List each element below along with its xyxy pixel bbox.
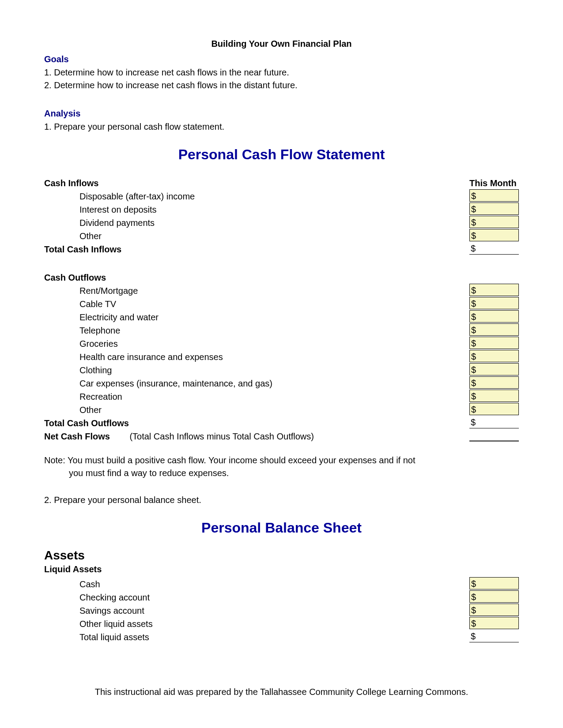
- amount-input[interactable]: $: [469, 297, 519, 309]
- liquid-item: Savings account: [79, 603, 327, 616]
- net-label: Net Cash Flows: [44, 432, 110, 441]
- this-month-header: This Month: [469, 175, 519, 188]
- note-line: you must find a way to reduce expenses.: [69, 467, 519, 480]
- goals-heading: Goals: [44, 54, 519, 64]
- outflow-item: Cable TV: [79, 296, 327, 309]
- cashflow-title: Personal Cash Flow Statement: [44, 146, 519, 163]
- assets-heading: Assets: [44, 548, 519, 563]
- amount-input[interactable]: $: [469, 350, 519, 362]
- outflows-header: Cash Outflows: [44, 270, 519, 283]
- liquid-assets-table: Cash$ Checking account$ Savings account$…: [44, 576, 519, 642]
- analysis-item: 1. Prepare your personal cash flow state…: [44, 120, 519, 133]
- total-inflows-value: $: [469, 242, 519, 255]
- analysis-heading: Analysis: [44, 109, 519, 119]
- amount-input[interactable]: $: [469, 189, 519, 202]
- amount-input[interactable]: $: [469, 617, 519, 629]
- amount-input[interactable]: $: [469, 363, 519, 375]
- analysis-item: 2. Prepare your personal balance sheet.: [44, 494, 519, 507]
- amount-input[interactable]: $: [469, 376, 519, 389]
- outflow-item: Electricity and water: [79, 309, 327, 323]
- inflow-item: Other: [79, 228, 327, 241]
- amount-input[interactable]: $: [469, 203, 519, 215]
- liquid-item: Other liquid assets: [79, 616, 327, 629]
- outflow-item: Other: [79, 402, 327, 415]
- outflow-item: Rent/Mortgage: [79, 283, 327, 296]
- outflow-item: Groceries: [79, 336, 327, 349]
- outflow-item: Telephone: [79, 323, 327, 336]
- amount-input[interactable]: $: [469, 284, 519, 296]
- amount-input[interactable]: $: [469, 390, 519, 402]
- note-line: Note: You must build a positive cash flo…: [44, 454, 519, 467]
- cashflow-table: Cash Inflows This Month Disposable (afte…: [44, 175, 519, 442]
- outflow-item: Clothing: [79, 362, 327, 375]
- note-block: Note: You must build a positive cash flo…: [44, 454, 519, 480]
- liquid-item: Cash: [79, 576, 327, 589]
- outflow-item: Health care insurance and expenses: [79, 349, 327, 362]
- liquid-assets-heading: Liquid Assets: [44, 564, 519, 574]
- footer-text: This instructional aid was prepared by t…: [0, 687, 563, 697]
- page: Building Your Own Financial Plan Goals 1…: [0, 0, 563, 660]
- outflow-item: Car expenses (insurance, maintenance, an…: [79, 375, 327, 389]
- amount-input[interactable]: $: [469, 216, 519, 228]
- amount-input[interactable]: $: [469, 604, 519, 616]
- inflows-header: Cash Inflows: [44, 175, 327, 188]
- amount-input[interactable]: $: [469, 310, 519, 323]
- inflow-item: Interest on deposits: [79, 202, 327, 215]
- inflow-item: Disposable (after-tax) income: [79, 188, 327, 202]
- amount-input[interactable]: $: [469, 577, 519, 589]
- total-outflows-value: $: [469, 416, 519, 428]
- goal-item: 1. Determine how to increase net cash fl…: [44, 66, 519, 79]
- goal-item: 2. Determine how to increase net cash fl…: [44, 79, 519, 92]
- liquid-item: Checking account: [79, 589, 327, 603]
- outflow-item: Recreation: [79, 389, 327, 402]
- net-paren: (Total Cash Inflows minus Total Cash Out…: [129, 432, 314, 441]
- amount-input[interactable]: $: [469, 403, 519, 415]
- total-outflows-label: Total Cash Outflows: [44, 415, 327, 428]
- total-liquid-label: Total liquid assets: [79, 629, 327, 642]
- total-inflows-label: Total Cash Inflows: [44, 241, 327, 255]
- inflow-item: Dividend payments: [79, 215, 327, 228]
- amount-input[interactable]: $: [469, 337, 519, 349]
- net-value: [469, 429, 519, 442]
- amount-input[interactable]: $: [469, 323, 519, 336]
- balance-sheet-title: Personal Balance Sheet: [44, 520, 519, 536]
- total-liquid-value: $: [469, 630, 519, 642]
- document-title: Building Your Own Financial Plan: [44, 39, 519, 49]
- amount-input[interactable]: $: [469, 229, 519, 241]
- amount-input[interactable]: $: [469, 590, 519, 603]
